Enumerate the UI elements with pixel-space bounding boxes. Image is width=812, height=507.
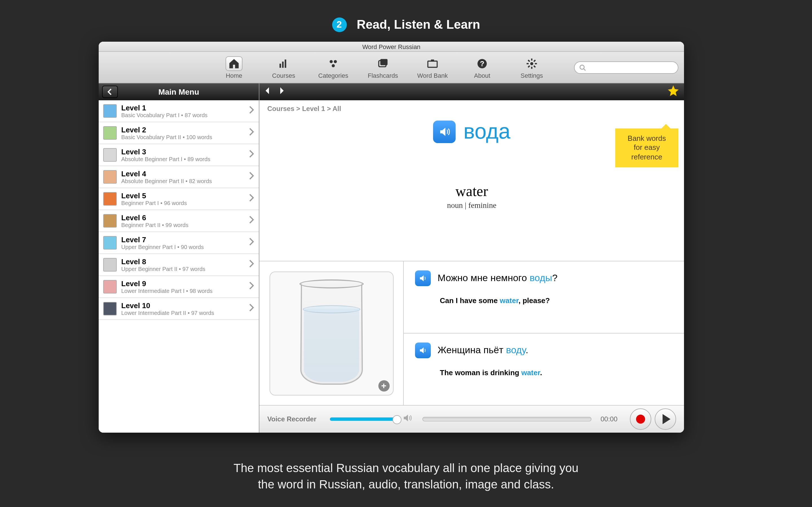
level-subtitle: Basic Vocabulary Part I • 87 words	[121, 112, 249, 118]
level-thumbnail	[103, 302, 117, 316]
level-subtitle: Lower Intermediate Part I • 98 words	[121, 288, 249, 294]
toolbar-home-button[interactable]: Home	[217, 56, 251, 78]
home-icon	[225, 56, 243, 71]
chevron-right-icon	[249, 194, 254, 204]
speaker-icon	[418, 274, 427, 283]
example-english: The woman is drinking water.	[440, 369, 673, 377]
level-title: Level 7	[121, 235, 249, 244]
play-icon	[662, 414, 670, 424]
volume-slider[interactable]	[330, 417, 398, 421]
wordbank-icon	[424, 56, 441, 71]
star-icon	[667, 84, 679, 97]
main-header	[259, 83, 684, 100]
headword-russian: вода	[463, 119, 511, 144]
hero-title: Read, Listen & Learn	[357, 17, 480, 32]
play-example-audio-button[interactable]	[415, 342, 431, 358]
level-thumbnail	[103, 126, 117, 140]
toolbar-settings-button[interactable]: Settings	[515, 56, 549, 78]
breadcrumb: Courses > Level 1 > All	[259, 100, 684, 117]
chevron-right-icon	[249, 260, 254, 270]
play-example-audio-button[interactable]	[415, 270, 431, 286]
chevron-left-icon	[264, 87, 271, 95]
plus-icon: +	[381, 381, 387, 391]
level-row[interactable]: Level 9Lower Intermediate Part I • 98 wo…	[99, 276, 259, 298]
settings-icon	[523, 56, 540, 71]
svg-rect-9	[431, 59, 434, 61]
hero-header: 2 Read, Listen & Learn	[0, 17, 812, 32]
level-row[interactable]: Level 7Upper Beginner Part I • 90 words	[99, 232, 259, 254]
level-row[interactable]: Level 8Upper Beginner Part II • 97 words	[99, 254, 259, 276]
water-glass-illustration	[300, 283, 362, 384]
level-thumbnail	[103, 258, 117, 272]
level-title: Level 5	[121, 191, 249, 200]
level-subtitle: Absolute Beginner Part I • 89 words	[121, 156, 249, 162]
chevron-right-icon	[249, 282, 254, 292]
speaker-icon	[438, 125, 451, 138]
bank-callout: Bank words for easy reference	[615, 128, 678, 167]
example-english: Can I have some water, please?	[440, 296, 673, 305]
toolbar-item-label: Flashcards	[368, 72, 398, 78]
level-row[interactable]: Level 6Beginner Part II • 99 words	[99, 210, 259, 232]
level-title: Level 9	[121, 279, 249, 288]
level-thumbnail	[103, 148, 117, 162]
level-row[interactable]: Level 10Lower Intermediate Part II • 97 …	[99, 298, 259, 320]
example-row: Можно мне немного воды?Can I have some w…	[404, 262, 684, 333]
toolbar: HomeCoursesCategoriesFlashcardsWord Bank…	[99, 52, 684, 83]
example-row: Женщина пьёт воду.The woman is drinking …	[404, 333, 684, 405]
chevron-right-icon	[249, 304, 254, 314]
toolbar-item-label: Categories	[318, 72, 348, 78]
level-title: Level 8	[121, 258, 249, 266]
example-russian: Можно мне немного воды?	[438, 273, 557, 284]
example-russian: Женщина пьёт воду.	[438, 345, 528, 356]
svg-point-4	[334, 60, 337, 63]
next-word-button[interactable]	[278, 87, 285, 97]
app-window: Word Power Russian HomeCoursesCategories…	[99, 42, 684, 433]
search-icon	[579, 64, 586, 71]
toolbar-categories-button[interactable]: Categories	[316, 56, 350, 78]
level-row[interactable]: Level 5Beginner Part I • 96 words	[99, 188, 259, 210]
level-title: Level 3	[121, 148, 249, 156]
zoom-image-button[interactable]: +	[378, 380, 389, 391]
playback-progress[interactable]	[422, 417, 592, 421]
svg-line-14	[584, 69, 586, 70]
main-panel: Courses > Level 1 > All вода water noun …	[259, 83, 684, 433]
search-field[interactable]	[574, 61, 678, 73]
playback-time: 00:00	[601, 415, 617, 423]
search-input[interactable]	[588, 63, 673, 71]
record-button[interactable]	[630, 408, 651, 430]
level-row[interactable]: Level 1Basic Vocabulary Part I • 87 word…	[99, 100, 259, 122]
chevron-right-icon	[249, 128, 254, 138]
toolbar-wordbank-button[interactable]: Word Bank	[416, 56, 449, 78]
toolbar-item-label: Settings	[520, 72, 543, 78]
level-subtitle: Beginner Part I • 96 words	[121, 200, 249, 206]
chevron-right-icon	[249, 172, 254, 182]
chevron-right-icon	[249, 150, 254, 160]
level-title: Level 1	[121, 104, 249, 112]
level-row[interactable]: Level 4Absolute Beginner Part II • 82 wo…	[99, 166, 259, 188]
svg-point-5	[332, 64, 335, 67]
svg-rect-2	[285, 59, 287, 67]
prev-word-button[interactable]	[264, 87, 271, 97]
level-subtitle: Beginner Part II • 99 words	[121, 222, 249, 228]
toolbar-about-button[interactable]: ?About	[465, 56, 499, 78]
hero-footer: The most essential Russian vocabulary al…	[0, 460, 812, 492]
level-thumbnail	[103, 170, 117, 184]
toolbar-courses-button[interactable]: Courses	[267, 56, 301, 78]
toolbar-flashcards-button[interactable]: Flashcards	[366, 56, 400, 78]
chevron-right-icon	[249, 238, 254, 248]
svg-point-3	[329, 60, 333, 63]
toolbar-item-label: Word Bank	[417, 72, 448, 78]
recorder-label: Voice Recorder	[267, 415, 316, 423]
svg-rect-7	[380, 59, 388, 65]
level-title: Level 6	[121, 214, 249, 222]
level-title: Level 4	[121, 170, 249, 178]
level-row[interactable]: Level 3Absolute Beginner Part I • 89 wor…	[99, 144, 259, 166]
level-thumbnail	[103, 280, 117, 293]
volume-icon	[402, 413, 412, 425]
level-row[interactable]: Level 2Basic Vocabulary Part II • 100 wo…	[99, 122, 259, 144]
chevron-right-icon	[249, 216, 254, 226]
back-button[interactable]	[102, 86, 118, 98]
play-word-audio-button[interactable]	[433, 120, 456, 143]
bookmark-star-button[interactable]	[667, 84, 679, 99]
play-button[interactable]	[655, 408, 676, 430]
